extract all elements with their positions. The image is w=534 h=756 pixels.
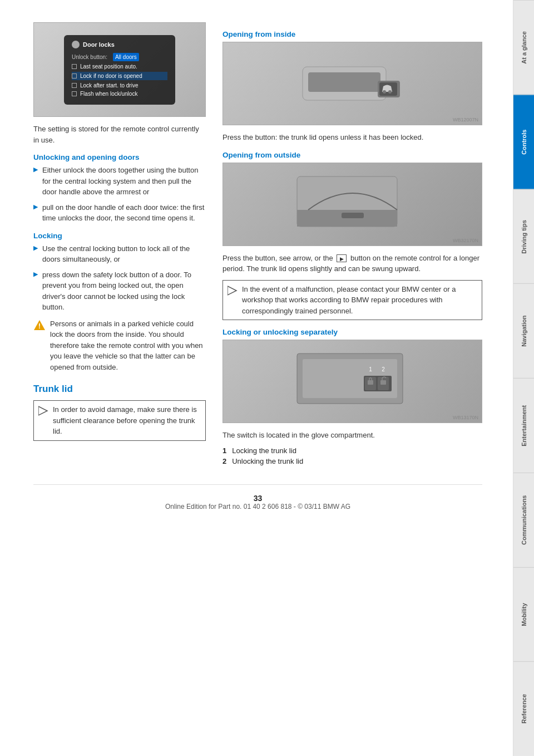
image-ref-glove: WB13170N [453,415,478,420]
warning-triangle-icon: ! [33,320,46,331]
svg-rect-11 [342,213,364,218]
svg-rect-20 [368,380,373,385]
svg-marker-2 [38,406,47,415]
malfunction-info-box: In the event of a malfunction, please co… [222,280,482,321]
info-triangle-icon [38,405,48,416]
bullet-arrow-1: ▶ [33,165,38,198]
trunk-info-text: In order to avoid damage, make sure ther… [53,404,201,437]
door-locks-title: Door locks [83,41,115,48]
svg-rect-4 [308,72,380,92]
trunk-heading: Trunk lid [33,384,206,395]
car-rear-svg [291,50,414,117]
unlock-value: All doors [113,53,139,61]
door-locks-image: Door locks Unlock button: All doors Last… [33,22,206,117]
svg-marker-12 [228,286,236,295]
option2-label: Lock if no door is opened [80,73,142,79]
sidebar: At a glance Controls Driving tips Naviga… [513,0,534,756]
warning-box: ! Persons or animals in a parked vehicle… [33,318,206,373]
sidebar-tab-navigation[interactable]: Navigation [513,283,534,378]
num-2: 2 [222,457,226,465]
opening-outside-text-part1: Press the button, see arrow, or the [222,254,333,262]
sidebar-tab-at-a-glance[interactable]: At a glance [513,0,534,95]
bullet-arrow-2: ▶ [33,202,38,224]
option4-label: Flash when lock/unlock [80,91,137,97]
malfunction-text: In the event of a malfunction, please co… [242,284,477,317]
door-locks-gear-icon [72,41,80,48]
footer-text: Online Edition for Part no. 01 40 2 606 … [33,503,482,510]
option4-checkbox [72,91,77,96]
option2-checkbox [72,73,77,78]
bullet-item-1: ▶ Either unlock the doors together using… [33,165,206,198]
trunk-inside-image: WB12007N [222,42,482,125]
page-footer: 33 Online Edition for Part no. 01 40 2 6… [33,484,482,515]
intro-text: The setting is stored for the remote con… [33,124,206,145]
sidebar-tab-mobility[interactable]: Mobility [513,567,534,662]
numbered-item-2: 2 Unlocking the trunk lid [222,457,482,465]
svg-point-7 [383,90,386,94]
num-label-2: Unlocking the trunk lid [232,457,303,465]
locking-separately-heading: Locking or unlocking separately [222,328,482,336]
locking-arrow-1: ▶ [33,243,38,265]
opening-inside-heading: Opening from inside [222,30,482,38]
unlock-label: Unlock button: [72,54,107,60]
svg-rect-21 [380,380,386,385]
bullet-text-1: Either unlock the doors together using t… [42,165,206,198]
trunk-info-box: In order to avoid damage, make sure ther… [33,400,206,441]
locking-arrow-2: ▶ [33,269,38,313]
locking-heading: Locking [33,232,206,240]
svg-text:1: 1 [369,366,372,372]
option1-checkbox [72,64,77,69]
svg-text:2: 2 [382,366,385,372]
sidebar-tab-driving-tips[interactable]: Driving tips [513,189,534,284]
unlocking-heading: Unlocking and opening doors [33,153,206,161]
malfunction-triangle-icon [228,285,238,296]
sidebar-tab-reference[interactable]: Reference [513,661,534,756]
glove-text: The switch is located in the glove compa… [222,430,482,441]
option1-label: Last seat position auto. [80,63,137,70]
glove-svg: 1 2 [291,348,414,415]
svg-text:!: ! [38,322,41,330]
bullet-text-2: pull on the door handle of each door twi… [42,202,206,224]
remote-icon-inline: ▶ [337,254,347,262]
num-label-1: Locking the trunk lid [232,446,296,455]
sidebar-tab-communications[interactable]: Communications [513,473,534,567]
opening-inside-text: Press the button: the trunk lid opens un… [222,132,482,143]
num-1: 1 [222,446,226,455]
opening-outside-heading: Opening from outside [222,151,482,159]
page-number: 33 [33,494,482,503]
opening-outside-text: Press the button, see arrow, or the ▶ bu… [222,253,482,274]
option3-checkbox [72,83,77,88]
locking-text-1: Use the central locking button to lock a… [42,243,206,265]
trunk-outside-image: WB32170N [222,163,482,246]
option3-label: Lock after start. to drive [80,82,139,89]
sidebar-tab-entertainment[interactable]: Entertainment [513,378,534,473]
locking-text-2: press down the safety lock button of a d… [42,269,206,313]
glove-compartment-image: 1 2 WB13170N [222,340,482,423]
trunk-outside-svg [291,171,414,238]
locking-bullet-1: ▶ Use the central locking button to lock… [33,243,206,265]
warning-text: Persons or animals in a parked vehicle c… [50,318,206,373]
locking-bullet-2: ▶ press down the safety lock button of a… [33,269,206,313]
bullet-item-2: ▶ pull on the door handle of each door t… [33,202,206,224]
image-ref-outside: WB32170N [453,238,478,243]
svg-point-8 [388,90,392,94]
image-ref-inside: WB12007N [453,117,478,122]
numbered-item-1: 1 Locking the trunk lid [222,446,482,455]
sidebar-tab-controls[interactable]: Controls [513,95,534,189]
